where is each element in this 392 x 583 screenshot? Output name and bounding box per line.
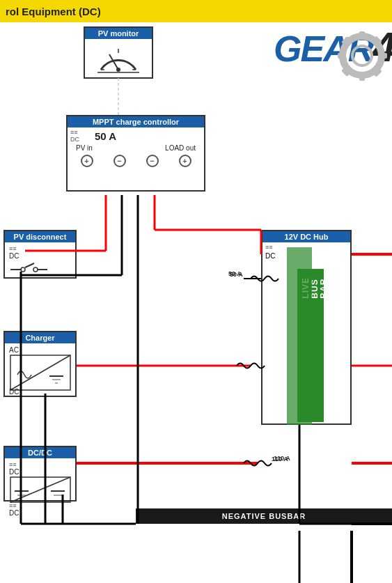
dc-hub-title: 12V DC Hub bbox=[262, 231, 350, 242]
mppt-inner: ≡≡DC 50 A PV in LOAD out + − − + bbox=[68, 127, 204, 169]
mppt-title: MPPT charge controllor bbox=[68, 116, 204, 127]
dcdc-dc1: DC bbox=[9, 468, 71, 476]
charger-symbol bbox=[9, 354, 72, 392]
fuse-110a-label: 110 A bbox=[274, 455, 290, 462]
banner-title: rol Equipment (DC) bbox=[6, 6, 101, 17]
charger-box: Charger AC DC bbox=[3, 331, 77, 397]
dc-hub-body: ≡≡ DC LIVEBUSBAR bbox=[262, 242, 350, 410]
mppt-dc: DC bbox=[70, 136, 79, 143]
svg-rect-3 bbox=[359, 72, 365, 81]
pv-in-label: PV in bbox=[76, 144, 93, 152]
gear-logo: GEAR4 bbox=[274, 26, 385, 89]
terminal-plus2: + bbox=[179, 155, 191, 167]
mppt-row1: ≡≡DC 50 A bbox=[70, 129, 201, 143]
mppt-box: MPPT charge controllor ≡≡DC 50 A PV in L… bbox=[66, 115, 205, 192]
svg-point-14 bbox=[116, 68, 120, 72]
svg-point-1 bbox=[352, 46, 372, 65]
top-banner: rol Equipment (DC) bbox=[0, 0, 392, 22]
charger-body: AC DC bbox=[5, 343, 75, 398]
pv-disconnect-box: PV disconnect ≡≡ DC bbox=[3, 230, 77, 279]
pv-monitor-title: PV monitor bbox=[85, 28, 152, 39]
pv-disconnect-body: ≡≡ DC bbox=[5, 242, 75, 278]
dcdc-symbol bbox=[9, 476, 72, 504]
neg-busbar: NEGATIVE BUSBAR bbox=[136, 508, 392, 524]
fuse-50a-label: 50 A bbox=[228, 270, 242, 277]
mppt-labels: PV in LOAD out bbox=[70, 144, 201, 152]
charger-title: Charger bbox=[5, 332, 75, 343]
dcdc-body: ≡≡ DC ≡≡ DC bbox=[5, 458, 75, 520]
pv-disconnect-title: PV disconnect bbox=[5, 231, 75, 242]
dc-hub-box: 12V DC Hub ≡≡ DC LIVEBUSBAR bbox=[261, 230, 352, 425]
gauge-svg bbox=[94, 42, 143, 75]
mppt-amps: 50 A bbox=[95, 130, 116, 142]
terminal-minus1: − bbox=[113, 155, 126, 167]
svg-line-22 bbox=[10, 355, 70, 390]
charger-ac: AC bbox=[9, 346, 71, 354]
dcdc-dc2: DC bbox=[9, 509, 71, 517]
switch-symbol bbox=[9, 260, 54, 275]
svg-rect-4 bbox=[338, 53, 346, 59]
live-busbar-label: LIVEBUSBAR bbox=[301, 277, 329, 299]
neg-busbar-label: NEGATIVE BUSBAR bbox=[222, 512, 306, 520]
pv-disconnect-dc: DC bbox=[9, 252, 71, 260]
load-out-label: LOAD out bbox=[165, 144, 196, 152]
pv-monitor-body bbox=[85, 39, 152, 78]
svg-point-19 bbox=[33, 267, 38, 272]
dc-hub-dc: DC bbox=[262, 252, 350, 260]
mppt-terminals: + − − + bbox=[70, 155, 201, 167]
svg-line-18 bbox=[25, 263, 34, 267]
svg-rect-2 bbox=[359, 31, 365, 40]
dcdc-title: DC/DC bbox=[5, 447, 75, 458]
dcdc-box: DC/DC ≡≡ DC ≡≡ DC bbox=[3, 446, 77, 502]
terminal-plus1: + bbox=[81, 155, 93, 167]
svg-line-27 bbox=[10, 477, 70, 502]
gear-icon bbox=[336, 30, 389, 82]
svg-rect-5 bbox=[379, 53, 387, 59]
pv-monitor-box: PV monitor bbox=[84, 26, 153, 79]
terminal-minus2: − bbox=[146, 155, 159, 167]
